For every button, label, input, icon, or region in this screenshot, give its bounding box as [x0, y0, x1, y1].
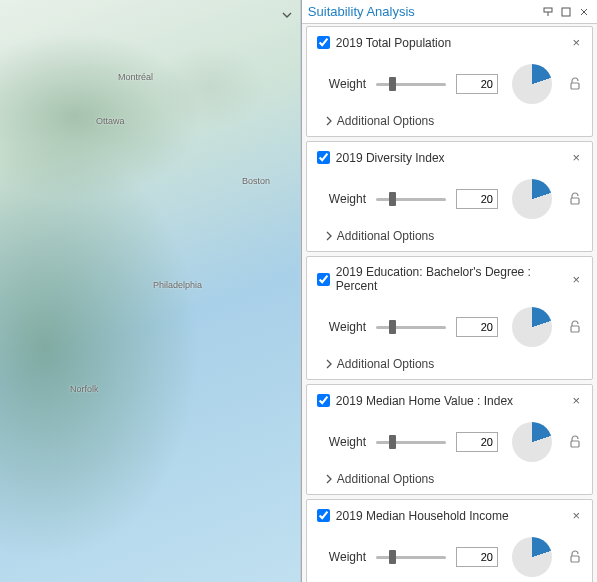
criteria-remove-button[interactable]: ×	[570, 272, 582, 287]
criteria-list: 2019 Total Population × Weight Additiona…	[302, 24, 597, 582]
weight-slider[interactable]	[376, 83, 446, 86]
weight-pie-chart	[512, 537, 552, 577]
weight-slider[interactable]	[376, 556, 446, 559]
weight-label: Weight	[329, 192, 366, 206]
svg-rect-0	[544, 8, 552, 12]
additional-options-toggle[interactable]: Additional Options	[325, 229, 582, 243]
criteria-enable-checkbox[interactable]	[317, 394, 330, 407]
criteria-remove-button[interactable]: ×	[570, 393, 582, 408]
weight-lock-button[interactable]	[568, 550, 582, 564]
additional-options-toggle[interactable]: Additional Options	[325, 114, 582, 128]
criteria-card: 2019 Total Population × Weight Additiona…	[306, 26, 593, 137]
svg-rect-9	[571, 556, 579, 562]
unlock-icon	[569, 320, 581, 334]
criteria-title: 2019 Diversity Index	[336, 151, 571, 165]
chevron-right-icon	[325, 116, 333, 126]
weight-lock-button[interactable]	[568, 435, 582, 449]
chevron-right-icon	[325, 474, 333, 484]
criteria-title: 2019 Total Population	[336, 36, 571, 50]
panel-header: Suitability Analysis	[302, 0, 597, 24]
unlock-icon	[569, 435, 581, 449]
map-label: Norfolk	[70, 384, 99, 394]
additional-options-toggle[interactable]: Additional Options	[325, 357, 582, 371]
weight-value-input[interactable]	[456, 547, 498, 567]
chevron-down-icon	[282, 12, 292, 18]
criteria-card: 2019 Diversity Index × Weight Additional…	[306, 141, 593, 252]
additional-options-label: Additional Options	[337, 472, 434, 486]
additional-options-label: Additional Options	[337, 114, 434, 128]
weight-label: Weight	[329, 550, 366, 564]
additional-options-label: Additional Options	[337, 229, 434, 243]
unlock-icon	[569, 550, 581, 564]
weight-lock-button[interactable]	[568, 320, 582, 334]
map-label: Boston	[242, 176, 270, 186]
weight-value-input[interactable]	[456, 74, 498, 94]
weight-label: Weight	[329, 320, 366, 334]
weight-value-input[interactable]	[456, 317, 498, 337]
criteria-remove-button[interactable]: ×	[570, 508, 582, 523]
criteria-remove-button[interactable]: ×	[570, 35, 582, 50]
weight-pie-chart	[512, 179, 552, 219]
criteria-card: 2019 Median Household Income × Weight Ad…	[306, 499, 593, 582]
weight-slider[interactable]	[376, 441, 446, 444]
svg-rect-7	[571, 326, 579, 332]
criteria-enable-checkbox[interactable]	[317, 273, 330, 286]
criteria-title: 2019 Education: Bachelor's Degree : Perc…	[336, 265, 571, 293]
weight-slider[interactable]	[376, 326, 446, 329]
weight-lock-button[interactable]	[568, 77, 582, 91]
svg-rect-8	[571, 441, 579, 447]
svg-rect-6	[571, 198, 579, 204]
criteria-card: 2019 Education: Bachelor's Degree : Perc…	[306, 256, 593, 380]
weight-slider[interactable]	[376, 198, 446, 201]
additional-options-label: Additional Options	[337, 357, 434, 371]
map-layer-dropdown[interactable]	[0, 4, 300, 26]
weight-value-input[interactable]	[456, 189, 498, 209]
svg-rect-5	[571, 83, 579, 89]
map-view[interactable]: MontréalOttawaBostonPhiladelphiaNorfolk	[0, 0, 301, 582]
unlock-icon	[569, 77, 581, 91]
weight-label: Weight	[329, 77, 366, 91]
weight-label: Weight	[329, 435, 366, 449]
criteria-enable-checkbox[interactable]	[317, 36, 330, 49]
suitability-panel: Suitability Analysis 2019 Total Populati…	[301, 0, 597, 582]
criteria-title: 2019 Median Home Value : Index	[336, 394, 571, 408]
weight-lock-button[interactable]	[568, 192, 582, 206]
criteria-enable-checkbox[interactable]	[317, 509, 330, 522]
panel-autohide-button[interactable]	[541, 5, 555, 19]
panel-title: Suitability Analysis	[308, 4, 537, 19]
weight-value-input[interactable]	[456, 432, 498, 452]
close-icon	[579, 7, 589, 17]
map-label: Ottawa	[96, 116, 125, 126]
criteria-remove-button[interactable]: ×	[570, 150, 582, 165]
svg-rect-2	[562, 8, 570, 16]
pin-icon	[543, 7, 553, 17]
additional-options-toggle[interactable]: Additional Options	[325, 472, 582, 486]
chevron-right-icon	[325, 231, 333, 241]
map-label: Montréal	[118, 72, 153, 82]
criteria-card: 2019 Median Home Value : Index × Weight …	[306, 384, 593, 495]
criteria-enable-checkbox[interactable]	[317, 151, 330, 164]
unlock-icon	[569, 192, 581, 206]
panel-maximize-button[interactable]	[559, 5, 573, 19]
weight-pie-chart	[512, 307, 552, 347]
chevron-right-icon	[325, 359, 333, 369]
weight-pie-chart	[512, 64, 552, 104]
weight-pie-chart	[512, 422, 552, 462]
maximize-icon	[561, 7, 571, 17]
map-label: Philadelphia	[153, 280, 202, 290]
criteria-title: 2019 Median Household Income	[336, 509, 571, 523]
panel-close-button[interactable]	[577, 5, 591, 19]
